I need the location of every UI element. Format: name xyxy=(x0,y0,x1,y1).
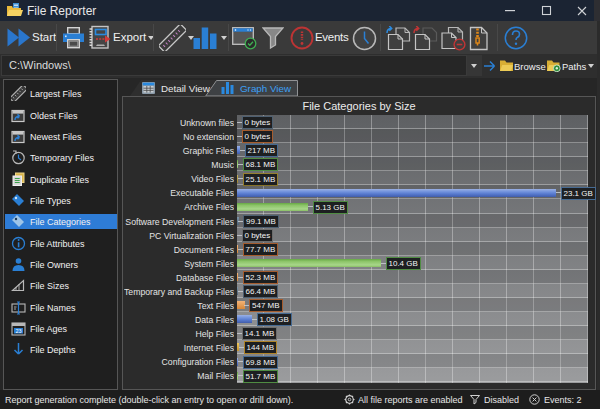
svg-text:Detail View: Detail View xyxy=(161,83,211,94)
svg-text:23: 23 xyxy=(15,328,21,334)
svg-text:Graph View: Graph View xyxy=(240,83,292,94)
